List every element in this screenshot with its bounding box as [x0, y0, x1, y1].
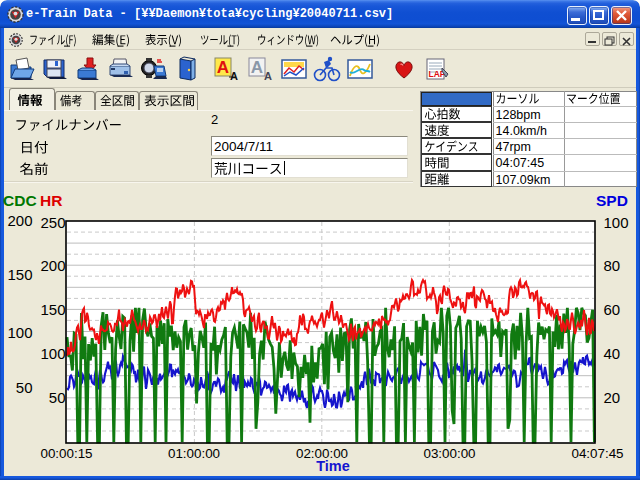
svg-text:150: 150	[7, 266, 32, 283]
svg-text:50: 50	[16, 379, 33, 396]
svg-text:01:00:00: 01:00:00	[168, 446, 220, 461]
svg-text:200: 200	[40, 257, 65, 274]
svg-text:80: 80	[604, 257, 621, 274]
svg-text:SPD: SPD	[596, 192, 628, 209]
svg-text:Time: Time	[316, 458, 350, 474]
svg-text:20: 20	[604, 389, 621, 406]
svg-text:04:07:45: 04:07:45	[571, 446, 623, 461]
svg-text:03:00:00: 03:00:00	[423, 446, 475, 461]
svg-text:50: 50	[49, 389, 66, 406]
svg-text:HR: HR	[40, 192, 62, 209]
svg-text:200: 200	[7, 212, 32, 229]
svg-text:00:00:15: 00:00:15	[40, 446, 92, 461]
svg-text:100: 100	[604, 214, 629, 231]
svg-text:100: 100	[40, 345, 65, 362]
svg-text:CDC: CDC	[3, 192, 37, 209]
svg-text:250: 250	[40, 214, 65, 231]
svg-text:150: 150	[40, 301, 65, 318]
svg-text:60: 60	[604, 301, 621, 318]
svg-text:100: 100	[7, 324, 32, 341]
svg-text:40: 40	[604, 345, 621, 362]
